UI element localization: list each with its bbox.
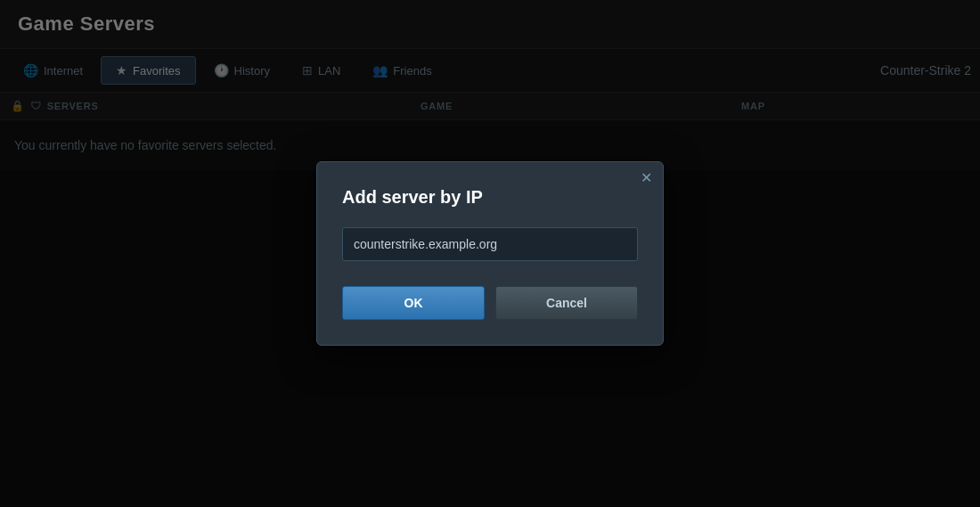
add-server-dialog: ✕ Add server by IP OK Cancel	[316, 161, 664, 346]
modal-overlay: ✕ Add server by IP OK Cancel	[0, 0, 980, 507]
ok-button[interactable]: OK	[342, 286, 485, 320]
modal-title: Add server by IP	[342, 187, 638, 208]
close-button[interactable]: ✕	[641, 171, 652, 185]
modal-buttons: OK Cancel	[342, 286, 638, 320]
server-ip-input[interactable]	[342, 227, 638, 261]
cancel-button[interactable]: Cancel	[495, 286, 638, 320]
